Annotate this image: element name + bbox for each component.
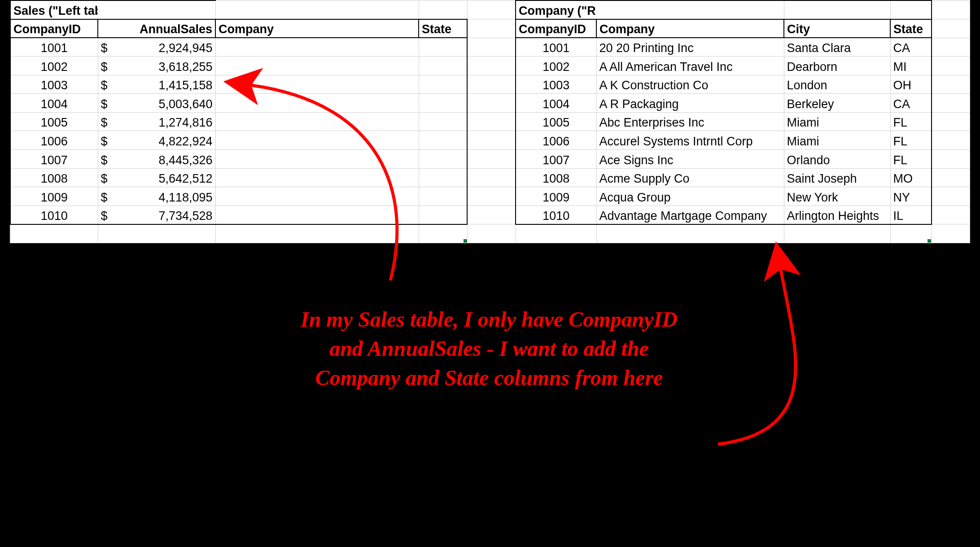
company-name[interactable]: Advantage Martgage Company bbox=[596, 206, 784, 224]
sales-amount[interactable]: $1,274,816 bbox=[98, 112, 215, 131]
company-name[interactable]: A K Construction Co bbox=[596, 75, 784, 94]
sales-amount[interactable]: $2,924,945 bbox=[98, 38, 215, 57]
spreadsheet-grid[interactable]: Sales ("Left table")Company ("Right tabl… bbox=[10, 0, 970, 243]
sales-id[interactable]: 1007 bbox=[10, 150, 98, 169]
company-id[interactable]: 1006 bbox=[516, 131, 596, 150]
cell[interactable] bbox=[215, 224, 419, 243]
cell[interactable] bbox=[932, 224, 970, 243]
company-city[interactable]: Santa Clara bbox=[784, 38, 890, 57]
cell[interactable] bbox=[932, 206, 970, 224]
selection-handle-right[interactable] bbox=[927, 239, 932, 243]
company-state[interactable]: MI bbox=[890, 57, 932, 75]
sales-state-cell[interactable] bbox=[419, 38, 467, 57]
cell[interactable] bbox=[932, 150, 970, 169]
selection-handle-left[interactable] bbox=[463, 239, 468, 243]
sales-id[interactable]: 1006 bbox=[10, 131, 98, 150]
company-city[interactable]: Miami bbox=[784, 112, 890, 131]
cell[interactable] bbox=[932, 19, 970, 38]
company-name[interactable]: Acme Supply Co bbox=[596, 168, 784, 187]
cell[interactable] bbox=[596, 224, 784, 243]
company-state[interactable]: CA bbox=[890, 94, 932, 113]
company-state[interactable]: NY bbox=[890, 187, 932, 206]
cell[interactable] bbox=[467, 19, 516, 38]
sales-id[interactable]: 1005 bbox=[10, 112, 98, 131]
company-state[interactable]: MO bbox=[890, 168, 932, 187]
company-id[interactable]: 1007 bbox=[516, 150, 596, 169]
sales-id[interactable]: 1002 bbox=[10, 57, 98, 75]
cell[interactable] bbox=[932, 94, 970, 113]
cell[interactable] bbox=[890, 224, 932, 243]
cell[interactable] bbox=[467, 75, 516, 94]
sales-amount[interactable]: $8,445,326 bbox=[98, 150, 215, 169]
cell[interactable] bbox=[215, 0, 419, 19]
sales-company-cell[interactable] bbox=[215, 206, 419, 224]
company-city[interactable]: London bbox=[784, 75, 890, 94]
sales-company-cell[interactable] bbox=[215, 112, 419, 131]
cell[interactable] bbox=[596, 0, 784, 19]
sales-company-cell[interactable] bbox=[215, 168, 419, 187]
cell[interactable] bbox=[467, 57, 516, 75]
cell[interactable] bbox=[784, 0, 890, 19]
sales-amount[interactable]: $3,618,255 bbox=[98, 57, 215, 75]
company-city[interactable]: Miami bbox=[784, 131, 890, 150]
cell[interactable] bbox=[467, 112, 516, 131]
sales-state-cell[interactable] bbox=[419, 206, 467, 224]
company-state[interactable]: FL bbox=[890, 131, 932, 150]
cell[interactable] bbox=[467, 131, 516, 150]
sales-id[interactable]: 1001 bbox=[10, 38, 98, 57]
sales-state-cell[interactable] bbox=[419, 75, 467, 94]
cell[interactable] bbox=[98, 224, 215, 243]
cell[interactable] bbox=[10, 224, 98, 243]
cell[interactable] bbox=[467, 187, 516, 206]
sales-id[interactable]: 1010 bbox=[10, 206, 98, 224]
sales-amount[interactable]: $1,415,158 bbox=[98, 75, 215, 94]
sales-amount[interactable]: $7,734,528 bbox=[98, 206, 215, 224]
sales-company-cell[interactable] bbox=[215, 75, 419, 94]
sales-state-cell[interactable] bbox=[419, 57, 467, 75]
cell[interactable] bbox=[932, 131, 970, 150]
company-city[interactable]: Saint Joseph bbox=[784, 168, 890, 187]
company-city[interactable]: Orlando bbox=[784, 150, 890, 169]
company-state[interactable]: OH bbox=[890, 75, 932, 94]
company-city[interactable]: Arlington Heights bbox=[784, 206, 890, 224]
cell[interactable] bbox=[467, 150, 516, 169]
sales-company-cell[interactable] bbox=[215, 131, 419, 150]
cell[interactable] bbox=[932, 38, 970, 57]
sales-id[interactable]: 1009 bbox=[10, 187, 98, 206]
sales-state-cell[interactable] bbox=[419, 168, 467, 187]
cell[interactable] bbox=[932, 0, 970, 19]
sales-company-cell[interactable] bbox=[215, 38, 419, 57]
sales-state-cell[interactable] bbox=[419, 112, 467, 131]
company-city[interactable]: Berkeley bbox=[784, 94, 890, 113]
cell[interactable] bbox=[467, 0, 516, 19]
sales-company-cell[interactable] bbox=[215, 57, 419, 75]
company-id[interactable]: 1003 bbox=[516, 75, 596, 94]
company-id[interactable]: 1002 bbox=[516, 57, 596, 75]
sales-id[interactable]: 1008 bbox=[10, 168, 98, 187]
cell[interactable] bbox=[890, 0, 932, 19]
sales-state-cell[interactable] bbox=[419, 150, 467, 169]
cell[interactable] bbox=[932, 187, 970, 206]
cell[interactable] bbox=[98, 0, 215, 19]
sales-id[interactable]: 1004 bbox=[10, 94, 98, 113]
sales-amount[interactable]: $5,003,640 bbox=[98, 94, 215, 113]
company-state[interactable]: FL bbox=[890, 150, 932, 169]
company-name[interactable]: Accurel Systems Intrntl Corp bbox=[596, 131, 784, 150]
sales-company-cell[interactable] bbox=[215, 187, 419, 206]
company-state[interactable]: IL bbox=[890, 206, 932, 224]
company-id[interactable]: 1009 bbox=[516, 187, 596, 206]
sales-company-cell[interactable] bbox=[215, 94, 419, 113]
cell[interactable] bbox=[932, 57, 970, 75]
cell[interactable] bbox=[419, 224, 467, 243]
company-state[interactable]: CA bbox=[890, 38, 932, 57]
sales-id[interactable]: 1003 bbox=[10, 75, 98, 94]
cell[interactable] bbox=[467, 206, 516, 224]
company-id[interactable]: 1004 bbox=[516, 94, 596, 113]
sales-state-cell[interactable] bbox=[419, 187, 467, 206]
company-name[interactable]: Abc Enterprises Inc bbox=[596, 112, 784, 131]
cell[interactable] bbox=[467, 224, 516, 243]
sales-state-cell[interactable] bbox=[419, 131, 467, 150]
company-id[interactable]: 1005 bbox=[516, 112, 596, 131]
company-id[interactable]: 1008 bbox=[516, 168, 596, 187]
company-id[interactable]: 1010 bbox=[516, 206, 596, 224]
